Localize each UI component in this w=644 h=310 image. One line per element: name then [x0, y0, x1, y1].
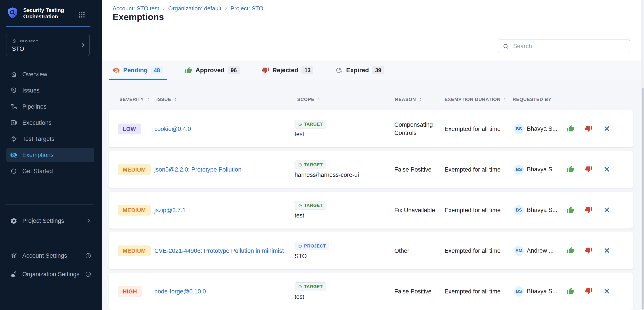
breadcrumb-separator-icon: ›: [225, 5, 227, 12]
gear-icon: [10, 217, 18, 225]
reject-button[interactable]: [585, 206, 592, 214]
cancel-button[interactable]: [604, 288, 610, 295]
table-header-row: SEVERITYISSUESCOPEREASONEXEMPTION DURATI…: [0, 97, 644, 105]
x-icon: [604, 125, 610, 132]
sidebar-item-label: Account Settings: [22, 252, 67, 259]
breadcrumb-link[interactable]: Organization: default: [168, 5, 222, 12]
table-row: MEDIUMjson5@2.2.0: Prototype PollutionTA…: [109, 151, 633, 188]
cancel-button[interactable]: [604, 166, 610, 173]
search-input[interactable]: [513, 43, 625, 50]
issue-link[interactable]: cookie@0.4.0: [154, 125, 289, 133]
approve-button[interactable]: [567, 247, 574, 255]
sidebar-item-get-started[interactable]: Get Started: [6, 164, 94, 178]
sidebar-item-label: Test Targets: [22, 136, 54, 143]
app-title: Security Testing Orchestration: [23, 7, 73, 20]
sort-icon: [317, 97, 321, 102]
scope-cell: TARGETtest: [294, 273, 326, 310]
breadcrumb-link[interactable]: Account: STO test: [112, 5, 159, 12]
breadcrumb-link[interactable]: Project: STO: [230, 5, 263, 12]
scope-type-label: TARGET: [304, 284, 323, 289]
sidebar-item-test-targets[interactable]: Test Targets: [6, 132, 94, 146]
thumb-up-icon: [185, 67, 192, 74]
avatar: BS: [514, 124, 524, 134]
cancel-button[interactable]: [604, 247, 610, 254]
scrollbar-thumb[interactable]: [642, 88, 644, 310]
reject-button[interactable]: [585, 247, 592, 255]
chevron-right-icon: [86, 218, 92, 224]
duration-cell: Exempted for all time: [444, 166, 515, 173]
sidebar-item-label: Executions: [22, 120, 52, 126]
tab-pending[interactable]: Pending48: [108, 60, 167, 80]
cancel-button[interactable]: [604, 125, 610, 133]
thumb-up-icon: [567, 247, 574, 254]
search-box[interactable]: [498, 39, 630, 53]
requested-by-cell: AMAndrew ...: [514, 246, 554, 256]
severity-badge: MEDIUM: [118, 205, 150, 215]
tab-approved[interactable]: Approved96: [181, 60, 244, 80]
approve-button[interactable]: [567, 165, 574, 173]
tab-expired[interactable]: Expired39: [332, 60, 388, 80]
x-icon: [604, 288, 610, 294]
sidebar-item-project-settings[interactable]: Project Settings: [6, 213, 94, 228]
tab-rejected[interactable]: Rejected13: [258, 60, 318, 80]
avatar: BS: [514, 164, 524, 175]
sidebar-item-executions[interactable]: Executions: [6, 116, 94, 130]
column-header-scope[interactable]: SCOPE: [297, 97, 321, 102]
shield-search-icon: [10, 87, 18, 94]
reason-cell: False Positive: [394, 287, 446, 296]
chevron-right-icon: [80, 42, 86, 48]
requester-name: Bhavya S...: [527, 125, 557, 132]
sidebar-item-account-settings[interactable]: Account Settings: [6, 248, 94, 263]
scope-value: test: [294, 212, 304, 219]
approve-button[interactable]: [567, 206, 574, 214]
sidebar-item-label: Organization Settings: [22, 271, 80, 278]
tab-count-badge: 39: [372, 66, 384, 74]
duration-cell: Exempted for all time: [444, 207, 515, 213]
project-selector[interactable]: PROJECT STO: [6, 34, 90, 56]
column-header-reason[interactable]: REASON: [395, 97, 422, 102]
table-row: LOWcookie@0.4.0TARGETtestCompensating Co…: [109, 110, 633, 147]
scope-cell: TARGETtest: [294, 192, 326, 229]
column-header-requested-by[interactable]: REQUESTED BY: [513, 97, 551, 102]
sidebar-item-organization-settings[interactable]: Organization Settings: [6, 267, 94, 282]
tab-count-badge: 96: [228, 66, 240, 74]
approve-button[interactable]: [567, 125, 574, 133]
vertical-scrollbar[interactable]: [641, 0, 644, 310]
eye-off-icon: [112, 67, 120, 74]
sidebar-item-exemptions[interactable]: Exemptions: [6, 148, 94, 162]
org-gear-icon: [10, 271, 18, 278]
sidebar-divider: [6, 239, 94, 239]
project-cube-icon: [12, 39, 17, 43]
thumb-up-icon: [567, 287, 574, 295]
brand-divider: [6, 26, 90, 27]
approve-button[interactable]: [567, 287, 574, 296]
issue-link[interactable]: node-forge@0.10.0: [154, 287, 289, 296]
issue-link[interactable]: CVE-2021-44906: Prototype Pollution in m…: [154, 246, 289, 255]
issue-link[interactable]: json5@2.2.0: Prototype Pollution: [154, 165, 289, 174]
column-header-exemption-duration[interactable]: EXEMPTION DURATION: [444, 97, 507, 102]
cancel-button[interactable]: [604, 206, 610, 214]
header-divider: [102, 32, 644, 32]
search-icon: [502, 43, 509, 50]
info-icon[interactable]: [85, 252, 92, 259]
sidebar-item-issues[interactable]: Issues: [6, 83, 94, 98]
tab-label: Pending: [123, 67, 148, 74]
sidebar-item-overview[interactable]: Overview: [6, 67, 94, 82]
thumb-down-icon: [585, 125, 592, 132]
info-icon[interactable]: [85, 271, 92, 278]
scope-target-icon: [298, 203, 302, 208]
scope-cell: TARGETharness/harness-core-ui: [294, 151, 359, 188]
breadcrumb: Account: STO test›Organization: default›…: [112, 5, 263, 12]
sidebar-item-label: Project Settings: [22, 217, 64, 224]
column-header-issue[interactable]: ISSUE: [156, 97, 178, 102]
column-header-severity[interactable]: SEVERITY: [120, 97, 150, 102]
scope-cell: TARGETtest: [294, 110, 326, 147]
reject-button[interactable]: [585, 165, 592, 173]
thumb-up-icon: [567, 125, 574, 132]
scope-target-icon: [298, 163, 302, 167]
issue-link[interactable]: jszip@3.7.1: [154, 206, 289, 215]
reject-button[interactable]: [585, 125, 592, 133]
reject-button[interactable]: [585, 287, 592, 296]
scope-target-icon: [298, 285, 302, 289]
apps-grid-icon[interactable]: [78, 11, 86, 18]
